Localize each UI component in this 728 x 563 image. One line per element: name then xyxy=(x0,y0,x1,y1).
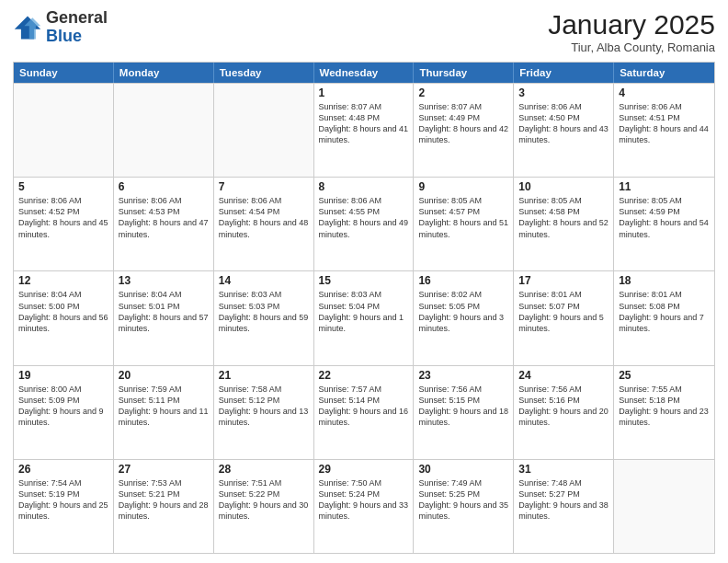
month-title: January 2025 xyxy=(548,9,715,40)
day-number: 7 xyxy=(219,180,309,193)
calendar-row-4: 26Sunrise: 7:54 AM Sunset: 5:19 PM Dayli… xyxy=(14,459,714,553)
cell-info: Sunrise: 8:06 AM Sunset: 4:51 PM Dayligh… xyxy=(619,101,710,146)
day-number: 16 xyxy=(418,274,508,287)
calendar-cell: 4Sunrise: 8:06 AM Sunset: 4:51 PM Daylig… xyxy=(614,84,714,177)
calendar-cell: 7Sunrise: 8:06 AM Sunset: 4:54 PM Daylig… xyxy=(214,178,314,270)
day-number: 6 xyxy=(119,180,209,193)
logo-icon xyxy=(13,13,42,42)
day-number: 19 xyxy=(18,369,108,382)
cell-info: Sunrise: 8:05 AM Sunset: 4:57 PM Dayligh… xyxy=(418,195,508,240)
calendar-header: SundayMondayTuesdayWednesdayThursdayFrid… xyxy=(14,63,714,83)
day-number: 28 xyxy=(219,463,309,476)
header-day-friday: Friday xyxy=(514,63,614,83)
calendar-cell: 24Sunrise: 7:56 AM Sunset: 5:16 PM Dayli… xyxy=(514,366,614,459)
cell-info: Sunrise: 7:56 AM Sunset: 5:15 PM Dayligh… xyxy=(418,384,508,429)
day-number: 3 xyxy=(518,86,609,99)
day-number: 11 xyxy=(619,180,710,193)
location-subtitle: Tiur, Alba County, Romania xyxy=(548,40,715,54)
day-number: 4 xyxy=(619,86,710,99)
calendar-cell: 2Sunrise: 8:07 AM Sunset: 4:49 PM Daylig… xyxy=(414,84,514,177)
calendar-row-3: 19Sunrise: 8:00 AM Sunset: 5:09 PM Dayli… xyxy=(14,365,714,459)
calendar-cell: 25Sunrise: 7:55 AM Sunset: 5:18 PM Dayli… xyxy=(614,366,714,459)
calendar-cell: 20Sunrise: 7:59 AM Sunset: 5:11 PM Dayli… xyxy=(114,366,214,459)
cell-info: Sunrise: 7:59 AM Sunset: 5:11 PM Dayligh… xyxy=(119,384,209,429)
cell-info: Sunrise: 8:01 AM Sunset: 5:08 PM Dayligh… xyxy=(619,289,710,334)
calendar-cell: 11Sunrise: 8:05 AM Sunset: 4:59 PM Dayli… xyxy=(614,178,714,270)
day-number: 10 xyxy=(518,180,609,193)
cell-info: Sunrise: 8:02 AM Sunset: 5:05 PM Dayligh… xyxy=(418,289,508,334)
day-number: 9 xyxy=(418,180,508,193)
day-number: 18 xyxy=(619,274,710,287)
calendar-cell: 29Sunrise: 7:50 AM Sunset: 5:24 PM Dayli… xyxy=(314,460,415,553)
calendar-row-1: 5Sunrise: 8:06 AM Sunset: 4:52 PM Daylig… xyxy=(14,177,714,270)
cell-info: Sunrise: 7:58 AM Sunset: 5:12 PM Dayligh… xyxy=(219,384,309,429)
cell-info: Sunrise: 7:54 AM Sunset: 5:19 PM Dayligh… xyxy=(18,477,108,523)
cell-info: Sunrise: 7:57 AM Sunset: 5:14 PM Dayligh… xyxy=(319,384,409,429)
cell-info: Sunrise: 7:50 AM Sunset: 5:24 PM Dayligh… xyxy=(319,477,409,523)
calendar-cell: 8Sunrise: 8:06 AM Sunset: 4:55 PM Daylig… xyxy=(314,178,415,270)
logo: General Blue xyxy=(13,9,108,46)
day-number: 24 xyxy=(518,369,609,382)
cell-info: Sunrise: 8:07 AM Sunset: 4:49 PM Dayligh… xyxy=(418,101,508,146)
cell-info: Sunrise: 7:56 AM Sunset: 5:16 PM Dayligh… xyxy=(518,384,609,429)
calendar-cell: 6Sunrise: 8:06 AM Sunset: 4:53 PM Daylig… xyxy=(114,178,214,270)
day-number: 30 xyxy=(418,463,508,476)
cell-info: Sunrise: 8:01 AM Sunset: 5:07 PM Dayligh… xyxy=(518,289,609,334)
cell-info: Sunrise: 8:03 AM Sunset: 5:04 PM Dayligh… xyxy=(319,289,409,334)
cell-info: Sunrise: 8:05 AM Sunset: 4:59 PM Dayligh… xyxy=(619,195,710,240)
cell-info: Sunrise: 8:00 AM Sunset: 5:09 PM Dayligh… xyxy=(18,384,108,429)
day-number: 31 xyxy=(518,463,609,476)
calendar-cell: 12Sunrise: 8:04 AM Sunset: 5:00 PM Dayli… xyxy=(14,271,114,364)
cell-info: Sunrise: 8:04 AM Sunset: 5:00 PM Dayligh… xyxy=(18,289,108,334)
calendar-cell: 16Sunrise: 8:02 AM Sunset: 5:05 PM Dayli… xyxy=(414,271,514,364)
day-number: 20 xyxy=(119,369,209,382)
cell-info: Sunrise: 7:49 AM Sunset: 5:25 PM Dayligh… xyxy=(418,477,508,523)
cell-info: Sunrise: 7:51 AM Sunset: 5:22 PM Dayligh… xyxy=(219,477,309,523)
calendar-cell: 15Sunrise: 8:03 AM Sunset: 5:04 PM Dayli… xyxy=(314,271,415,364)
cell-info: Sunrise: 8:05 AM Sunset: 4:58 PM Dayligh… xyxy=(518,195,609,240)
calendar-cell: 9Sunrise: 8:05 AM Sunset: 4:57 PM Daylig… xyxy=(414,178,514,270)
calendar-cell: 17Sunrise: 8:01 AM Sunset: 5:07 PM Dayli… xyxy=(514,271,614,364)
cell-info: Sunrise: 7:53 AM Sunset: 5:21 PM Dayligh… xyxy=(119,477,209,523)
header-day-thursday: Thursday xyxy=(414,63,514,83)
calendar-cell: 31Sunrise: 7:48 AM Sunset: 5:27 PM Dayli… xyxy=(514,460,614,553)
cell-info: Sunrise: 8:04 AM Sunset: 5:01 PM Dayligh… xyxy=(119,289,209,334)
header-day-wednesday: Wednesday xyxy=(314,63,415,83)
day-number: 26 xyxy=(18,463,108,476)
calendar-cell xyxy=(214,84,314,177)
cell-info: Sunrise: 8:06 AM Sunset: 4:53 PM Dayligh… xyxy=(119,195,209,240)
cell-info: Sunrise: 8:06 AM Sunset: 4:55 PM Dayligh… xyxy=(319,195,409,240)
calendar-row-2: 12Sunrise: 8:04 AM Sunset: 5:00 PM Dayli… xyxy=(14,270,714,364)
header-day-monday: Monday xyxy=(114,63,214,83)
calendar-cell xyxy=(614,460,714,553)
calendar-row-0: 1Sunrise: 8:07 AM Sunset: 4:48 PM Daylig… xyxy=(14,83,714,177)
cell-info: Sunrise: 8:06 AM Sunset: 4:50 PM Dayligh… xyxy=(518,101,609,146)
cell-info: Sunrise: 8:07 AM Sunset: 4:48 PM Dayligh… xyxy=(319,101,409,146)
calendar: SundayMondayTuesdayWednesdayThursdayFrid… xyxy=(13,62,715,554)
cell-info: Sunrise: 8:06 AM Sunset: 4:52 PM Dayligh… xyxy=(18,195,108,240)
header-day-saturday: Saturday xyxy=(614,63,714,83)
calendar-cell: 14Sunrise: 8:03 AM Sunset: 5:03 PM Dayli… xyxy=(214,271,314,364)
calendar-cell: 30Sunrise: 7:49 AM Sunset: 5:25 PM Dayli… xyxy=(414,460,514,553)
calendar-cell xyxy=(114,84,214,177)
cell-info: Sunrise: 8:06 AM Sunset: 4:54 PM Dayligh… xyxy=(219,195,309,240)
day-number: 12 xyxy=(18,274,108,287)
header-day-sunday: Sunday xyxy=(14,63,114,83)
calendar-cell xyxy=(14,84,114,177)
logo-text: General Blue xyxy=(46,9,108,46)
cell-info: Sunrise: 7:48 AM Sunset: 5:27 PM Dayligh… xyxy=(518,477,609,523)
day-number: 13 xyxy=(119,274,209,287)
day-number: 29 xyxy=(319,463,409,476)
calendar-cell: 26Sunrise: 7:54 AM Sunset: 5:19 PM Dayli… xyxy=(14,460,114,553)
cell-info: Sunrise: 7:55 AM Sunset: 5:18 PM Dayligh… xyxy=(619,384,710,429)
day-number: 25 xyxy=(619,369,710,382)
day-number: 27 xyxy=(119,463,209,476)
day-number: 21 xyxy=(219,369,309,382)
calendar-cell: 23Sunrise: 7:56 AM Sunset: 5:15 PM Dayli… xyxy=(414,366,514,459)
day-number: 2 xyxy=(418,86,508,99)
calendar-cell: 19Sunrise: 8:00 AM Sunset: 5:09 PM Dayli… xyxy=(14,366,114,459)
day-number: 22 xyxy=(319,369,409,382)
day-number: 1 xyxy=(319,86,409,99)
calendar-body: 1Sunrise: 8:07 AM Sunset: 4:48 PM Daylig… xyxy=(14,83,714,553)
calendar-cell: 1Sunrise: 8:07 AM Sunset: 4:48 PM Daylig… xyxy=(314,84,415,177)
